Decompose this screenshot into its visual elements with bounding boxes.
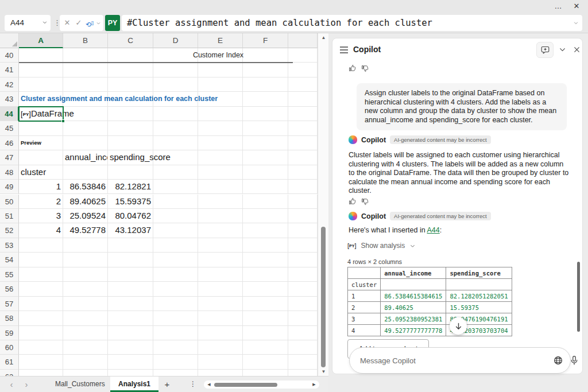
add-sheet-icon[interactable]: + (161, 377, 173, 392)
scroll-left-icon[interactable]: ◀ (205, 381, 213, 389)
cell-B42[interactable] (63, 77, 108, 92)
cell-F55[interactable] (243, 267, 288, 282)
cell-F44[interactable] (243, 107, 288, 121)
cell-B56[interactable] (63, 282, 108, 296)
sheet-tab-mall-customers[interactable]: Mall_Customers (47, 377, 113, 392)
cell-D54[interactable] (153, 253, 198, 267)
cell-C60[interactable] (108, 340, 153, 355)
thumbs-up-icon[interactable] (349, 197, 357, 205)
cell-E58[interactable] (198, 311, 243, 325)
row-header-46[interactable]: 46 (0, 136, 19, 150)
column-header-D[interactable]: D (153, 33, 198, 48)
cell-C58[interactable] (108, 311, 153, 325)
scroll-to-bottom-button[interactable] (450, 317, 467, 335)
cell-D53[interactable] (153, 238, 198, 253)
row-header-62[interactable]: 62 (0, 370, 19, 376)
cell-A50[interactable]: 2 (19, 195, 63, 209)
row-header-45[interactable]: 45 (0, 121, 19, 135)
horizontal-scroll-thumb[interactable] (214, 383, 277, 387)
cell-C50[interactable]: 15.59375 (108, 195, 153, 209)
cell-E47[interactable] (198, 150, 243, 165)
cell-A60[interactable] (19, 340, 63, 355)
cell-A56[interactable] (19, 282, 63, 296)
cell-B57[interactable] (63, 297, 108, 311)
cell-E62[interactable] (198, 370, 243, 376)
cell-C46[interactable] (108, 136, 153, 150)
globe-icon[interactable] (553, 355, 563, 366)
cell-C53[interactable] (108, 238, 153, 253)
cell-C56[interactable] (108, 282, 153, 296)
cell-C41[interactable] (108, 63, 153, 77)
cell-E44[interactable] (198, 107, 243, 121)
message-input[interactable] (360, 348, 532, 373)
cell-F41[interactable] (243, 63, 288, 77)
row-header-56[interactable]: 56 (0, 282, 19, 296)
sheet-tab-analysis1[interactable]: Analysis1 (110, 377, 158, 392)
row-header-57[interactable]: 57 (0, 297, 19, 311)
scroll-up-icon[interactable]: ▲ (318, 35, 329, 40)
name-box[interactable]: A44 (5, 15, 51, 31)
row-header-49[interactable]: 49 (0, 180, 19, 194)
cell-E42[interactable] (198, 77, 243, 92)
column-header-F[interactable]: F (243, 33, 288, 48)
cell-A41[interactable] (19, 63, 63, 77)
cell-E46[interactable] (198, 136, 243, 150)
cell-A55[interactable] (19, 267, 63, 282)
cell-B45[interactable] (63, 121, 108, 135)
cell-D61[interactable] (153, 355, 198, 369)
cell-F50[interactable] (243, 195, 288, 209)
cell-C61[interactable] (108, 355, 153, 369)
cancel-icon[interactable]: ✕ (62, 15, 72, 31)
row-header-53[interactable]: 53 (0, 238, 19, 253)
cell-E54[interactable] (198, 253, 243, 267)
cell-D60[interactable] (153, 340, 198, 355)
cell-C47[interactable]: spending_score (108, 150, 153, 165)
cell-F45[interactable] (243, 121, 288, 135)
cell-B41[interactable] (63, 63, 108, 77)
cell-E41[interactable] (198, 63, 243, 77)
cell-B58[interactable] (63, 311, 108, 325)
cell-F42[interactable] (243, 77, 288, 92)
cell-C49[interactable]: 82.12821 (108, 180, 153, 194)
sheet-vertical-scrollbar[interactable]: ▲ ▼ (318, 33, 328, 376)
cell-D58[interactable] (153, 311, 198, 325)
cell-F46[interactable] (243, 136, 288, 150)
row-header-61[interactable]: 61 (0, 355, 19, 369)
hamburger-menu-icon[interactable] (339, 46, 349, 54)
window-close-button[interactable]: ✕ (570, 1, 583, 12)
cell-A61[interactable] (19, 355, 63, 369)
cell-E45[interactable] (198, 121, 243, 135)
chevron-down-icon[interactable] (409, 243, 416, 249)
row-header-51[interactable]: 51 (0, 209, 19, 223)
cell-A51[interactable]: 3 (19, 209, 63, 223)
cell-A43[interactable]: Cluster assignment and mean calculation … (19, 92, 63, 106)
cell-D55[interactable] (153, 267, 198, 282)
cell-A62[interactable] (19, 370, 63, 376)
cell-A57[interactable] (19, 297, 63, 311)
cell-E59[interactable] (198, 326, 243, 340)
cell-D45[interactable] (153, 121, 198, 135)
cell-C62[interactable] (108, 370, 153, 376)
cell-C54[interactable] (108, 253, 153, 267)
cell-A40[interactable] (19, 48, 63, 63)
chevron-down-icon[interactable] (42, 20, 48, 25)
cell-B50[interactable]: 89.40625 (63, 195, 108, 209)
cell-C59[interactable] (108, 326, 153, 340)
cell-B60[interactable] (63, 340, 108, 355)
sheet-horizontal-scrollbar[interactable]: ◀ ▶ (204, 381, 319, 389)
cell-E61[interactable] (198, 355, 243, 369)
cell-E55[interactable] (198, 267, 243, 282)
column-header-E[interactable]: E (198, 33, 243, 48)
vertical-scroll-thumb[interactable] (321, 227, 326, 367)
collapse-panel-icon[interactable] (559, 46, 566, 53)
row-header-47[interactable]: 47 (0, 150, 19, 165)
chevron-down-icon[interactable] (94, 15, 102, 31)
enter-icon[interactable]: ✓ (74, 15, 84, 31)
show-analysis-row[interactable]: [PY] Show analysis (347, 242, 416, 250)
cell-D42[interactable] (153, 77, 198, 92)
fill-handle[interactable] (61, 119, 65, 123)
row-header-54[interactable]: 54 (0, 253, 19, 267)
scroll-down-icon[interactable]: ▼ (318, 369, 329, 374)
scroll-right-icon[interactable]: ▶ (310, 381, 318, 389)
cell-B49[interactable]: 86.53846 (63, 180, 108, 194)
